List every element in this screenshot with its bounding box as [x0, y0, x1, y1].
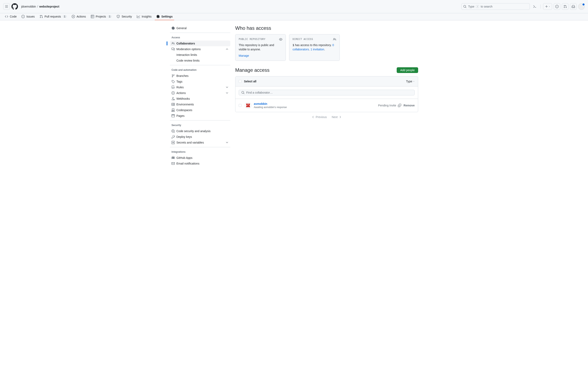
search-input[interactable]: Type / to search [461, 3, 530, 10]
sidebar-item-code-review-limits[interactable]: Code review limits [175, 58, 230, 63]
pending-invite-badge: Pending Invite [378, 104, 401, 107]
sidebar-item-github-apps[interactable]: GitHub Apps [170, 155, 230, 161]
chevron-down-icon [225, 86, 229, 89]
sidebar-item-rules[interactable]: Rules [170, 84, 230, 90]
sidebar-pages-label: Pages [176, 114, 185, 117]
sidebar-codespaces-label: Codespaces [176, 108, 192, 112]
sidebar-webhooks-label: Webhooks [176, 97, 190, 100]
next-label: Next [332, 115, 338, 119]
sidebar-item-general[interactable]: General [170, 25, 230, 31]
nav-actions[interactable]: Actions [70, 13, 87, 20]
nav-security[interactable]: Security [115, 13, 134, 20]
sidebar-environments-label: Environments [176, 103, 194, 106]
user-avatar-button[interactable] [578, 3, 585, 10]
nav-issues[interactable]: Issues [20, 13, 36, 20]
nav-insights[interactable]: Insights [135, 13, 153, 20]
eye-icon [279, 38, 282, 41]
nav-actions-label: Actions [77, 15, 86, 18]
sidebar-item-interaction-limits[interactable]: Interaction limits [175, 52, 230, 58]
public-repo-manage-link[interactable]: Manage [239, 54, 249, 57]
pulls-header-button[interactable] [562, 3, 568, 10]
notifications-button[interactable] [570, 3, 577, 10]
breadcrumb-owner[interactable]: jdoemobbin [21, 5, 36, 8]
browser-icon [172, 114, 175, 117]
invitations-count-link[interactable]: 1 invitation [311, 48, 324, 51]
chevron-down-icon [225, 91, 229, 95]
nav-code[interactable]: Code [3, 13, 18, 20]
breadcrumb: jdoemobbin / websiteproject [21, 5, 59, 8]
issue-opened-icon [555, 5, 559, 8]
sidebar-item-secrets[interactable]: Secrets and variables [170, 140, 230, 145]
sidebar-item-webhooks[interactable]: Webhooks [170, 96, 230, 101]
sidebar-general-label: General [176, 26, 187, 30]
remove-collaborator-button[interactable]: Remove [404, 104, 415, 107]
next-page-button[interactable]: Next [332, 115, 342, 119]
sidebar-item-collaborators[interactable]: Collaborators [170, 41, 230, 46]
search-hint-1: Type [468, 5, 474, 8]
collaborator-search-input[interactable] [246, 91, 412, 94]
sidebar-email-notifications-label: Email notifications [176, 162, 199, 165]
search-icon [463, 5, 467, 8]
nav-pulls[interactable]: Pull requests 1 [38, 13, 68, 20]
sidebar-actions-label: Actions [176, 91, 186, 95]
inbox-icon [572, 5, 575, 8]
mail-icon [172, 162, 175, 165]
collaborator-avatar [245, 102, 251, 109]
previous-page-button[interactable]: Previous [311, 115, 327, 119]
type-filter-dropdown[interactable]: Type [406, 80, 415, 83]
sidebar-item-code-security[interactable]: Code security and analysis [170, 128, 230, 134]
issues-header-button[interactable] [554, 3, 560, 10]
hamburger-button[interactable] [3, 3, 10, 10]
nav-code-label: Code [10, 15, 17, 18]
copy-icon[interactable] [398, 104, 401, 107]
mark-github-icon [11, 3, 18, 10]
github-logo[interactable] [11, 3, 18, 10]
sidebar-item-pages[interactable]: Pages [170, 113, 230, 119]
public-repo-text: This repository is public and visible to… [239, 43, 282, 52]
manage-access-title: Manage access [235, 67, 269, 73]
sidebar-header-security: Security [170, 122, 230, 128]
play-icon [72, 15, 75, 18]
people-icon [172, 42, 175, 45]
breadcrumb-repo[interactable]: websiteproject [39, 5, 59, 8]
collaborator-checkbox[interactable] [239, 104, 242, 107]
search-hint-2: to search [481, 5, 493, 8]
sidebar-item-actions[interactable]: Actions [170, 90, 230, 96]
add-people-button[interactable]: Add people [397, 67, 418, 73]
nav-settings-label: Settings [161, 15, 173, 18]
chevron-left-icon [311, 115, 315, 119]
nav-projects-count: 1 [108, 15, 112, 18]
code-icon [5, 15, 8, 18]
type-filter-label: Type [406, 80, 412, 83]
create-menu-button[interactable] [543, 3, 552, 10]
plus-icon [545, 5, 548, 8]
select-all-checkbox[interactable] [239, 80, 242, 83]
collaborator-username-link[interactable]: asmobbin [254, 102, 267, 105]
sidebar-branches-label: Branches [176, 74, 189, 77]
sidebar-deploy-keys-label: Deploy keys [176, 135, 192, 138]
shield-icon [117, 15, 120, 18]
who-has-access-title: Who has access [235, 25, 418, 31]
command-palette-button[interactable] [531, 3, 538, 10]
nav-settings[interactable]: Settings [155, 13, 174, 20]
repo-push-icon [172, 86, 175, 89]
pagination: Previous Next [235, 112, 418, 122]
nav-projects[interactable]: Projects 1 [89, 13, 113, 20]
nav-security-label: Security [121, 15, 132, 18]
sidebar-item-moderation[interactable]: Moderation options [170, 46, 230, 52]
sidebar-item-codespaces[interactable]: Codespaces [170, 107, 230, 113]
sidebar-item-tags[interactable]: Tags [170, 79, 230, 84]
public-repo-label: PUBLIC REPOSITORY [239, 38, 282, 41]
search-slash-key: / [476, 5, 479, 8]
sidebar-item-email-notifications[interactable]: Email notifications [170, 161, 230, 166]
graph-icon [137, 15, 140, 18]
sidebar-collaborators-label: Collaborators [176, 42, 195, 45]
codespaces-icon [172, 108, 175, 112]
sidebar-item-deploy-keys[interactable]: Deploy keys [170, 134, 230, 140]
sidebar-item-environments[interactable]: Environments [170, 101, 230, 107]
search-icon [241, 91, 245, 94]
nav-insights-label: Insights [142, 15, 151, 18]
nav-pulls-count: 1 [63, 15, 67, 18]
sidebar-item-branches[interactable]: Branches [170, 73, 230, 79]
webhook-icon [172, 97, 175, 100]
